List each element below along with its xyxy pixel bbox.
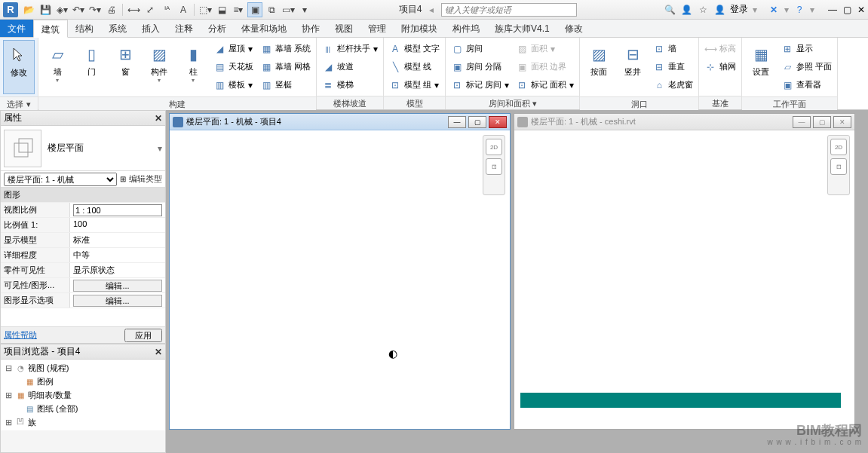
type-dropdown-icon[interactable]: ▾ bbox=[158, 143, 162, 154]
section-icon[interactable]: ⬓ bbox=[214, 2, 229, 17]
floor-element[interactable] bbox=[520, 393, 841, 408]
doc1-maximize-icon[interactable]: ▢ bbox=[468, 116, 486, 128]
tag-icon[interactable]: ᴵᴬ bbox=[159, 2, 174, 17]
browser-close-icon[interactable]: ✕ bbox=[155, 347, 162, 357]
tab-file[interactable]: 文件 bbox=[0, 20, 33, 37]
graphic-display-edit-button[interactable]: 编辑... bbox=[73, 295, 162, 307]
close-icon[interactable]: ✕ bbox=[857, 5, 865, 15]
tab-structure[interactable]: 结构 bbox=[68, 20, 101, 37]
curtain-grid-button[interactable]: ▦幕墙 网格 bbox=[258, 58, 313, 75]
area-boundary-button[interactable]: ▣面积 边界 bbox=[514, 58, 576, 75]
modify-button[interactable]: 修改 bbox=[3, 40, 35, 94]
railing-button[interactable]: ⫼栏杆扶手 ▾ bbox=[320, 40, 380, 57]
communicate-icon[interactable]: 👤 bbox=[680, 4, 692, 16]
undo-icon[interactable]: ↶▾ bbox=[71, 2, 86, 17]
tab-component-dock[interactable]: 构件坞 bbox=[445, 20, 487, 37]
dormer-button[interactable]: ⌂老虎窗 bbox=[651, 76, 695, 93]
view-cube[interactable]: 2D ⊡ bbox=[483, 135, 505, 195]
tag-room-button[interactable]: ⊡标记 房间 ▾ bbox=[449, 76, 511, 93]
maximize-icon[interactable]: ▢ bbox=[843, 5, 851, 15]
model-line-button[interactable]: ╲模型 线 bbox=[387, 58, 442, 75]
area-button[interactable]: ▨面积 ▾ bbox=[514, 40, 576, 57]
doc1-canvas[interactable]: 2D ⊡ ◐ bbox=[170, 130, 510, 429]
tree-sheets[interactable]: ▤图纸 (全部) bbox=[2, 402, 164, 415]
model-text-button[interactable]: A模型 文字 bbox=[387, 40, 442, 57]
app-logo[interactable]: R bbox=[3, 2, 18, 17]
grid-datum-button[interactable]: ⊹轴网 bbox=[702, 58, 738, 75]
search-input[interactable] bbox=[441, 3, 577, 17]
shaft-button[interactable]: ⊟竖井 bbox=[617, 40, 649, 94]
redo-icon[interactable]: ↷▾ bbox=[87, 2, 103, 17]
tab-architecture[interactable]: 建筑 bbox=[33, 20, 68, 38]
tab-modify[interactable]: 修改 bbox=[557, 20, 590, 37]
tab-massing[interactable]: 体量和场地 bbox=[234, 20, 294, 37]
tab-collaborate[interactable]: 协作 bbox=[294, 20, 327, 37]
doc2-maximize-icon[interactable]: ▢ bbox=[813, 116, 831, 128]
model-group-button[interactable]: ⊡模型 组 ▾ bbox=[387, 76, 442, 93]
qat-dropdown-icon[interactable]: ▾ bbox=[297, 2, 312, 17]
view-cube-2[interactable]: 2D ⊡ bbox=[827, 135, 850, 195]
measure-icon[interactable]: ⟷ bbox=[126, 2, 141, 17]
tab-family-master[interactable]: 族库大师V4.1 bbox=[487, 20, 557, 37]
tab-systems[interactable]: 系统 bbox=[101, 20, 134, 37]
text-icon[interactable]: A bbox=[176, 2, 191, 17]
properties-help-link[interactable]: 属性帮助 bbox=[4, 329, 37, 341]
switch-icon[interactable]: ⧉ bbox=[264, 2, 279, 17]
tab-insert[interactable]: 插入 bbox=[134, 20, 167, 37]
viewer-button[interactable]: ▣查看器 bbox=[779, 76, 834, 93]
exchange-icon[interactable]: ✕ bbox=[768, 4, 780, 16]
show-wp-button[interactable]: ⊞显示 bbox=[779, 40, 834, 57]
view-scale-input[interactable] bbox=[73, 204, 162, 216]
3d-icon[interactable]: ⬚▾ bbox=[198, 2, 213, 17]
instance-selector[interactable]: 楼层平面: 1 - 机械 bbox=[4, 173, 117, 186]
doc1-minimize-icon[interactable]: — bbox=[448, 116, 466, 128]
search-help-icon[interactable]: 🔍 bbox=[664, 4, 676, 16]
tree-legends[interactable]: ▦图例 bbox=[2, 375, 164, 388]
tab-addins[interactable]: 附加模块 bbox=[394, 20, 445, 37]
doc2-minimize-icon[interactable]: — bbox=[793, 116, 811, 128]
room-sep-button[interactable]: ▣房间 分隔 bbox=[449, 58, 511, 75]
component-button[interactable]: ▨构件▾ bbox=[143, 40, 175, 94]
column-button[interactable]: ▮柱▾ bbox=[177, 40, 209, 94]
user-icon[interactable]: 👤 bbox=[713, 4, 725, 16]
doc1-close-icon[interactable]: ✕ bbox=[489, 116, 507, 128]
window-button[interactable]: ⊞窗 bbox=[109, 40, 141, 94]
open-icon[interactable]: 📂 bbox=[21, 2, 36, 17]
favorite-icon[interactable]: ☆ bbox=[697, 4, 709, 16]
ref-plane-button[interactable]: ▱参照 平面 bbox=[779, 58, 834, 75]
room-button[interactable]: ▢房间 bbox=[449, 40, 511, 57]
help-icon[interactable]: ? bbox=[793, 4, 805, 16]
set-button[interactable]: ▦设置 bbox=[745, 40, 777, 94]
align-dim-icon[interactable]: ⤢ bbox=[143, 2, 158, 17]
type-thumbnail[interactable] bbox=[4, 130, 41, 167]
minimize-icon[interactable]: — bbox=[828, 5, 837, 15]
properties-close-icon[interactable]: ✕ bbox=[155, 113, 162, 124]
tree-views[interactable]: ⊟◔视图 (规程) bbox=[2, 361, 164, 375]
login-link[interactable]: 登录 bbox=[730, 3, 748, 16]
tab-analyze[interactable]: 分析 bbox=[201, 20, 234, 37]
switch-win-icon[interactable]: ▭▾ bbox=[281, 2, 296, 17]
stair-button[interactable]: ≣楼梯 bbox=[320, 76, 380, 93]
tab-manage[interactable]: 管理 bbox=[360, 20, 394, 37]
close-hidden-icon[interactable]: ▣ bbox=[247, 2, 262, 17]
mullion-button[interactable]: ▥竖梃 bbox=[258, 76, 313, 93]
vertical-button[interactable]: ⊟垂直 bbox=[651, 58, 695, 75]
doc2-close-icon[interactable]: ✕ bbox=[833, 116, 851, 128]
floor-button[interactable]: ▥楼板 ▾ bbox=[211, 76, 256, 93]
tree-families[interactable]: ⊞凹族 bbox=[2, 415, 164, 429]
wall-button[interactable]: ▱墙▾ bbox=[41, 40, 73, 94]
tab-annotate[interactable]: 注释 bbox=[167, 20, 201, 37]
doc2-canvas[interactable]: 2D ⊡ bbox=[514, 130, 854, 429]
print-icon[interactable]: 🖨 bbox=[104, 2, 119, 17]
tag-area-button[interactable]: ⊡标记 面积 ▾ bbox=[514, 76, 576, 93]
sync-icon[interactable]: ◈▾ bbox=[54, 2, 69, 17]
thin-lines-icon[interactable]: ≡▾ bbox=[231, 2, 246, 17]
ceiling-button[interactable]: ▤天花板 bbox=[211, 58, 256, 75]
level-button[interactable]: ⟷标高 bbox=[702, 40, 738, 57]
apply-button[interactable]: 应用 bbox=[124, 329, 162, 342]
vis-graphics-edit-button[interactable]: 编辑... bbox=[73, 280, 162, 292]
wall-opening-button[interactable]: ⊡墙 bbox=[651, 40, 695, 57]
door-button[interactable]: ▯门 bbox=[75, 40, 107, 94]
edit-type-button[interactable]: 编辑类型 bbox=[129, 173, 162, 185]
roof-button[interactable]: ◢屋顶 ▾ bbox=[211, 40, 256, 57]
